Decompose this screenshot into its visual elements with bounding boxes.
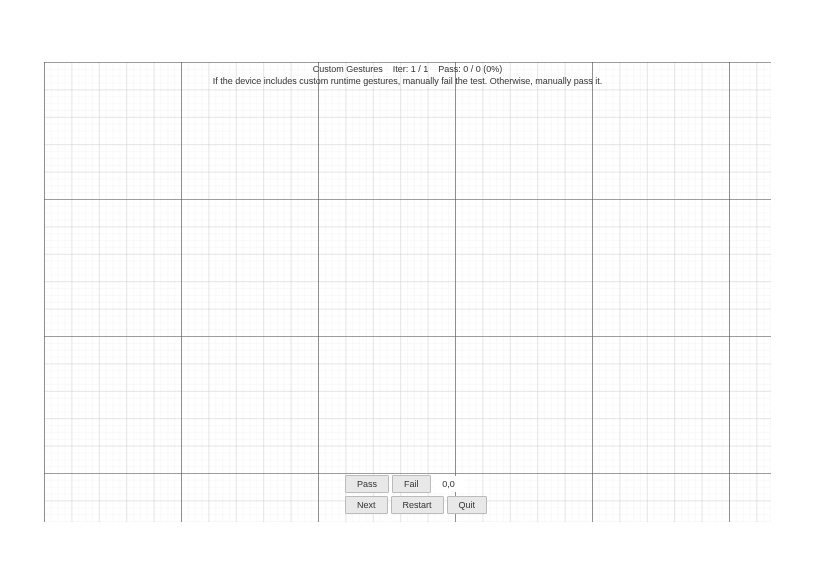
grid-background [44,62,771,522]
pass-label: Pass: [438,64,461,74]
test-title: Custom Gestures [313,64,383,74]
test-canvas[interactable]: Custom Gestures Iter: 1 / 1 Pass: 0 / 0 … [44,62,771,522]
coordinate-display: 0,0 [434,476,464,492]
test-instruction: If the device includes custom runtime ge… [44,76,771,88]
iter-value: 1 / 1 [411,64,429,74]
control-panel: Pass Fail 0,0 Next Restart Quit [345,475,487,514]
pass-value: 0 / 0 (0%) [463,64,502,74]
svg-rect-2 [44,62,771,522]
test-header: Custom Gestures Iter: 1 / 1 Pass: 0 / 0 … [44,64,771,87]
control-row-2: Next Restart Quit [345,496,487,514]
next-button[interactable]: Next [345,496,388,514]
pass-button[interactable]: Pass [345,475,389,493]
quit-button[interactable]: Quit [447,496,488,514]
iter-label: Iter: [393,64,409,74]
control-row-1: Pass Fail 0,0 [345,475,487,493]
fail-button[interactable]: Fail [392,475,431,493]
restart-button[interactable]: Restart [391,496,444,514]
